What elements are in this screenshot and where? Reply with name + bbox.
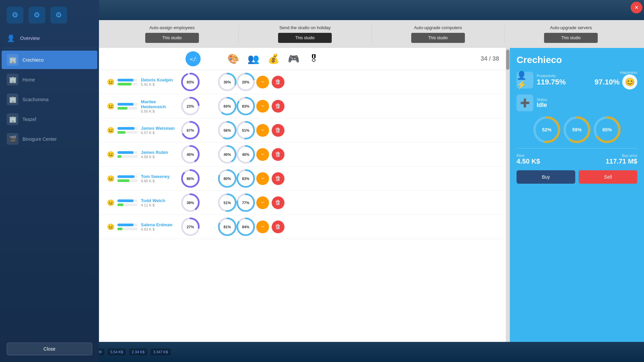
holiday-btn[interactable]: This studio <box>278 33 332 43</box>
skill-circle-2: 56% <box>218 121 236 139</box>
skill3-col-header: 💰 <box>263 53 283 64</box>
emp-minus-button[interactable]: − <box>256 100 269 113</box>
skill-circle-2: 30% <box>218 73 236 91</box>
skill-circle-1: 67% <box>181 121 200 139</box>
emp-name[interactable]: James Weisman <box>141 126 181 131</box>
emp-delete-button[interactable]: 🗑 <box>272 124 284 137</box>
emp-name[interactable]: Tom Sweeney <box>141 174 181 179</box>
table-row: 😐 Deloris Koelpin 5.91 K $ 93% 30% 20% −… <box>99 70 506 94</box>
scrollbar-thumb[interactable] <box>506 50 509 70</box>
happiness-value: 97.10% <box>594 78 620 86</box>
emp-name[interactable]: Deloris Koelpin <box>141 77 181 82</box>
emp-delete-button[interactable]: 🗑 <box>272 76 284 88</box>
emp-minus-button[interactable]: − <box>256 124 269 137</box>
skill-circle-1: 40% <box>181 145 200 164</box>
emp-salary: 9.85 K $ <box>141 179 181 183</box>
emp-delete-button[interactable]: 🗑 <box>272 148 284 161</box>
employee-rows-container: 😐 Deloris Koelpin 5.91 K $ 93% 30% 20% −… <box>99 70 506 239</box>
assign-btn[interactable]: This studio <box>145 33 199 43</box>
mood-icon: 😐 <box>106 103 116 110</box>
servers-btn[interactable]: This studio <box>544 33 598 43</box>
status-row: ➕ Status Idle <box>517 95 637 111</box>
coding-icon: </> <box>185 51 201 66</box>
emp-name[interactable]: James Rubin <box>141 150 181 155</box>
emp-name[interactable]: Todd Welch <box>141 198 181 203</box>
emp-bars <box>117 175 138 182</box>
home-icon: 🏢 <box>7 74 18 85</box>
skill-circle-1: 23% <box>181 97 200 115</box>
mood-icon: 😐 <box>106 78 116 86</box>
skill-circle-3: 77% <box>236 193 255 212</box>
computers-btn[interactable]: This studio <box>411 33 465 43</box>
productivity-value: 119.75% <box>537 78 591 86</box>
sidebar-item-overview[interactable]: 👤 Overview <box>0 30 99 46</box>
skill-circle-3: 51% <box>236 121 255 139</box>
studio-info-panel: Crechieco 👤⚡ Productivity 119.75% Happin… <box>510 48 644 342</box>
rent-value: 4.50 K$ <box>517 158 540 165</box>
bottom-bar-stat-6: 2.34 K$ <box>129 349 147 355</box>
skill3-icon: 💰 <box>268 53 279 64</box>
studio-skill-circle-1: 52% <box>533 116 560 143</box>
emp-delete-button[interactable]: 🗑 <box>272 172 284 185</box>
happiness-label: Happiness <box>594 70 637 74</box>
binogure-icon: 🎬 <box>7 133 18 145</box>
sidebar-item-binogure[interactable]: 🎬 Binogure Center <box>2 130 97 148</box>
servers-label: Auto-upgrade servers <box>550 25 592 30</box>
sidebar-icon-3[interactable]: ⚙ <box>50 7 67 23</box>
happiness-col: Happiness 97.10% 😊 <box>594 70 637 89</box>
emp-minus-button[interactable]: − <box>256 196 269 209</box>
emp-minus-button[interactable]: − <box>256 148 269 161</box>
sidebar-item-scachomma[interactable]: 🏢 Scachomma <box>2 90 97 109</box>
emp-delete-button[interactable]: 🗑 <box>272 100 284 113</box>
emp-delete-button[interactable]: 🗑 <box>272 196 284 209</box>
emp-list-header: </> 🎨 👥 💰 🎮 🎖 <box>99 48 506 70</box>
coding-col-header: </> <box>183 51 203 66</box>
studio-title: Crechieco <box>517 55 637 65</box>
emp-minus-button[interactable]: − <box>256 172 269 185</box>
buy-button[interactable]: Buy <box>517 170 575 184</box>
emp-delete-button[interactable]: 🗑 <box>272 221 284 233</box>
action-group-computers: Auto-upgrade computers This studio <box>371 25 504 43</box>
skill-circle-2: 80% <box>218 169 236 188</box>
emp-minus-button[interactable]: − <box>256 76 269 88</box>
skill-circle-2: 40% <box>218 145 236 164</box>
scrollbar-track[interactable] <box>506 48 510 342</box>
skill-circle-1: 93% <box>181 73 200 91</box>
skill4-icon: 🎮 <box>288 53 300 64</box>
status-icon: ➕ <box>517 95 533 111</box>
emp-minus-button[interactable]: − <box>256 221 269 233</box>
skill2-col-header: 👥 <box>243 53 263 64</box>
emp-bars <box>117 127 138 134</box>
emp-name[interactable]: Salena Erdman <box>141 222 181 227</box>
emp-name-col: Todd Welch 4.11 K $ <box>141 198 181 207</box>
sidebar-icon-2[interactable]: ⚙ <box>29 7 45 23</box>
emp-bars <box>117 79 138 85</box>
close-button[interactable]: Close <box>7 343 92 355</box>
sidebar-item-teazef[interactable]: 🏢 Teazef <box>2 110 97 128</box>
sidebar-icon-1[interactable]: ⚙ <box>7 7 23 23</box>
emp-salary: 4.63 K $ <box>141 227 181 231</box>
main-panel: Auto-assign employees This studio Send t… <box>99 20 644 342</box>
status-label: Status <box>537 98 547 102</box>
emp-name-col: Salena Erdman 4.63 K $ <box>141 222 181 231</box>
sidebar-item-crechieco[interactable]: 🏢 Crechieco <box>2 51 97 69</box>
productivity-icon: 👤⚡ <box>517 72 533 88</box>
sidebar-item-home[interactable]: 🏢 Home <box>2 70 97 89</box>
productivity-label: Productivity <box>537 74 591 78</box>
skill-circles: 52% 59% 65% <box>517 116 637 143</box>
skill-circle-1: 27% <box>181 218 200 236</box>
emp-salary: 4.58 K $ <box>141 155 181 159</box>
emp-salary: 5.50 K $ <box>141 109 181 113</box>
content-area: </> 🎨 👥 💰 🎮 🎖 <box>99 48 644 342</box>
table-row: 😐 Tom Sweeney 9.85 K $ 86% 80% 83% −🗑 <box>99 167 506 191</box>
mood-icon: 😐 <box>106 127 116 134</box>
skill5-icon: 🎖 <box>309 53 318 64</box>
emp-name[interactable]: Marilee Heidenreich <box>141 99 181 109</box>
employee-list-panel[interactable]: </> 🎨 👥 💰 🎮 🎖 <box>99 48 506 342</box>
close-x-button[interactable]: ✕ <box>631 2 642 13</box>
sidebar-separator <box>3 48 96 48</box>
sell-button[interactable]: Sell <box>579 170 637 184</box>
action-group-assign: Auto-assign employees This studio <box>106 25 238 43</box>
holiday-label: Send the studio on holiday <box>279 25 331 30</box>
computers-label: Auto-upgrade computers <box>414 25 462 30</box>
